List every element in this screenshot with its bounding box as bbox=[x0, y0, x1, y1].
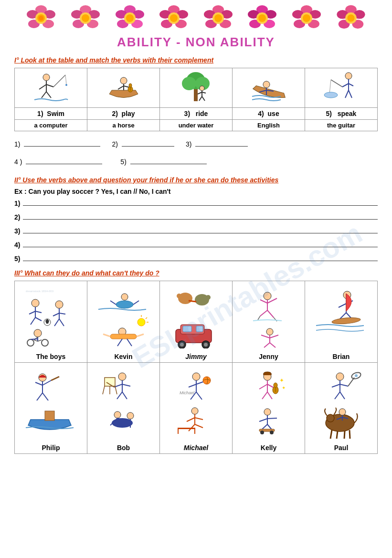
svg-line-60 bbox=[46, 84, 53, 87]
svg-point-110 bbox=[34, 329, 42, 337]
character-table: dreamstock 1834-003 bbox=[14, 281, 378, 454]
svg-point-237 bbox=[355, 374, 358, 377]
svg-line-125 bbox=[137, 334, 144, 337]
answer-line-1[interactable] bbox=[23, 198, 378, 206]
svg-text:dreamstock 1834-003: dreamstock 1834-003 bbox=[26, 290, 54, 293]
svg-rect-123 bbox=[110, 334, 137, 339]
svg-point-190 bbox=[127, 412, 134, 419]
svg-line-232 bbox=[340, 384, 348, 386]
svg-point-66 bbox=[120, 77, 127, 84]
svg-line-211 bbox=[259, 384, 267, 389]
svg-line-63 bbox=[53, 75, 65, 87]
flower-5 bbox=[204, 5, 233, 31]
section-1-header: I° Look at the table and match the verbs… bbox=[14, 56, 378, 64]
svg-line-99 bbox=[29, 311, 35, 314]
svg-point-83 bbox=[263, 81, 270, 88]
svg-line-214 bbox=[267, 392, 272, 399]
fill-in-section: 1) 2) 3) 4 ) 5) bbox=[14, 137, 378, 169]
svg-line-173 bbox=[51, 377, 59, 380]
flower-6 bbox=[248, 5, 276, 31]
cell-the-boys: dreamstock 1834-003 bbox=[15, 281, 87, 362]
svg-line-172 bbox=[42, 393, 48, 400]
verb-3-label: 3) ride bbox=[160, 108, 233, 120]
section-3-header: III° What can they do and what can't the… bbox=[14, 269, 378, 277]
svg-line-115 bbox=[38, 340, 42, 341]
svg-line-93 bbox=[331, 80, 342, 87]
svg-line-157 bbox=[264, 343, 270, 347]
complement-1: a computer bbox=[15, 120, 87, 131]
svg-point-128 bbox=[138, 318, 145, 326]
answer-line-4[interactable] bbox=[23, 240, 378, 247]
svg-line-205 bbox=[195, 424, 203, 428]
img-play bbox=[87, 68, 160, 108]
svg-point-227 bbox=[260, 431, 264, 434]
page-title: ABILITY - NON ABILITY bbox=[14, 35, 378, 50]
cell-michael: Michael Michael bbox=[160, 362, 233, 453]
img-speak bbox=[305, 68, 378, 108]
svg-point-228 bbox=[270, 431, 274, 434]
svg-line-242 bbox=[344, 431, 345, 439]
svg-line-182 bbox=[103, 386, 105, 394]
svg-line-183 bbox=[115, 386, 117, 394]
char-name-the-boys: The boys bbox=[17, 353, 85, 360]
svg-line-241 bbox=[337, 431, 338, 439]
fill-num-5: 5) bbox=[120, 155, 126, 169]
fill-line-1[interactable] bbox=[24, 139, 100, 147]
svg-point-118 bbox=[121, 294, 128, 300]
fill-line-4[interactable] bbox=[26, 157, 102, 164]
answer-line-3[interactable] bbox=[23, 226, 378, 233]
complement-2: a horse bbox=[87, 120, 160, 131]
svg-line-59 bbox=[39, 84, 46, 89]
character-row-1: dreamstock 1834-003 bbox=[15, 281, 378, 362]
complement-5: the guitar bbox=[305, 120, 378, 131]
cell-philip: Philip bbox=[15, 362, 87, 453]
svg-point-21 bbox=[126, 14, 134, 22]
fill-line-5[interactable] bbox=[130, 157, 207, 164]
svg-point-200 bbox=[191, 408, 198, 414]
fill-line-2[interactable] bbox=[122, 139, 174, 147]
svg-line-80 bbox=[202, 92, 206, 93]
swim-illustration bbox=[32, 70, 70, 104]
line-label-1: 1) bbox=[14, 200, 20, 207]
play-illustration bbox=[105, 70, 143, 104]
char-name-brian: Brian bbox=[307, 353, 375, 360]
svg-point-153 bbox=[266, 328, 273, 335]
svg-point-14 bbox=[82, 14, 89, 22]
svg-line-61 bbox=[42, 92, 46, 98]
michael-image: Michael bbox=[162, 366, 230, 442]
section-3: III° What can they do and what can't the… bbox=[14, 269, 378, 454]
answer-line-2[interactable] bbox=[23, 212, 378, 220]
svg-rect-144 bbox=[196, 326, 203, 332]
section-2: II° Use the verbs above and question you… bbox=[14, 176, 378, 263]
svg-point-113 bbox=[42, 339, 48, 346]
svg-point-244 bbox=[339, 409, 346, 415]
img-swim bbox=[15, 68, 87, 108]
svg-point-42 bbox=[258, 14, 266, 22]
char-name-jenny: Jenny bbox=[234, 353, 303, 360]
svg-rect-143 bbox=[183, 326, 191, 332]
svg-line-114 bbox=[34, 340, 38, 341]
svg-line-233 bbox=[335, 392, 340, 399]
char-name-michael: Michael bbox=[162, 444, 230, 452]
fill-num-2: 2) bbox=[112, 137, 117, 152]
svg-line-101 bbox=[31, 317, 35, 325]
brian-image bbox=[307, 284, 375, 351]
svg-point-112 bbox=[27, 339, 34, 346]
cell-brian: Brian bbox=[305, 281, 378, 362]
svg-point-133 bbox=[177, 294, 181, 298]
bob-image bbox=[89, 366, 158, 442]
svg-line-100 bbox=[35, 311, 42, 313]
svg-point-95 bbox=[324, 92, 338, 98]
svg-point-56 bbox=[347, 14, 354, 21]
the-boys-image: dreamstock 1834-003 bbox=[17, 284, 85, 351]
fill-line-3[interactable] bbox=[195, 139, 248, 147]
kelly-image: ✦ ✦ bbox=[234, 366, 303, 442]
svg-line-155 bbox=[261, 335, 270, 338]
svg-text:✦: ✦ bbox=[279, 377, 284, 384]
svg-line-81 bbox=[199, 96, 202, 101]
svg-line-180 bbox=[122, 392, 127, 399]
char-name-kelly: Kelly bbox=[234, 444, 303, 452]
svg-line-136 bbox=[189, 301, 196, 302]
answer-line-5[interactable] bbox=[23, 253, 378, 261]
flower-1 bbox=[27, 5, 55, 31]
